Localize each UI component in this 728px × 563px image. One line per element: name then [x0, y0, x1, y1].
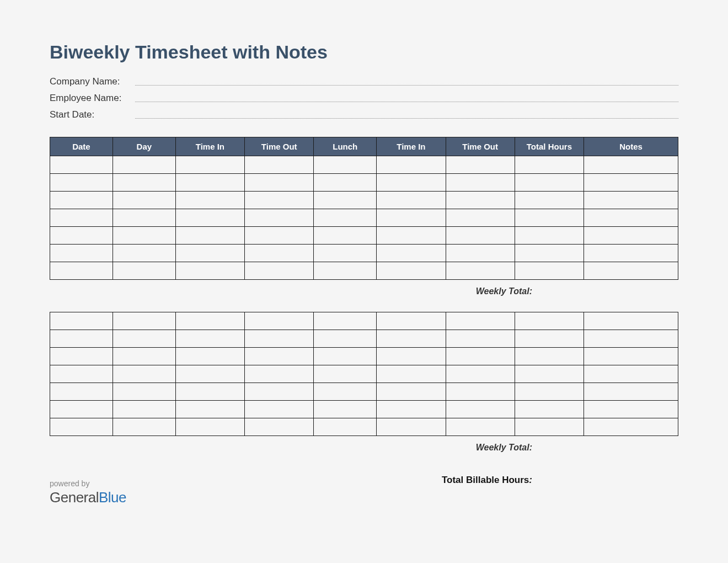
table-cell[interactable] — [515, 245, 584, 262]
table-cell[interactable] — [515, 365, 584, 383]
table-cell[interactable] — [446, 312, 515, 330]
table-cell[interactable] — [175, 365, 244, 383]
table-cell[interactable] — [446, 262, 515, 280]
table-cell[interactable] — [515, 227, 584, 245]
table-cell[interactable] — [314, 174, 377, 192]
table-cell[interactable] — [113, 156, 175, 174]
table-cell[interactable] — [377, 174, 446, 192]
table-cell[interactable] — [314, 312, 377, 330]
table-cell[interactable] — [377, 383, 446, 401]
table-cell[interactable] — [515, 209, 584, 227]
table-cell[interactable] — [50, 192, 113, 209]
table-cell[interactable] — [50, 245, 113, 262]
table-cell[interactable] — [584, 348, 678, 365]
table-cell[interactable] — [50, 348, 113, 365]
table-cell[interactable] — [584, 245, 678, 262]
table-cell[interactable] — [515, 348, 584, 365]
table-cell[interactable] — [175, 174, 244, 192]
table-cell[interactable] — [113, 174, 175, 192]
table-cell[interactable] — [50, 418, 113, 436]
table-cell[interactable] — [50, 401, 113, 418]
table-cell[interactable] — [175, 262, 244, 280]
table-cell[interactable] — [50, 227, 113, 245]
table-cell[interactable] — [584, 192, 678, 209]
table-cell[interactable] — [113, 401, 175, 418]
table-cell[interactable] — [113, 245, 175, 262]
table-cell[interactable] — [377, 192, 446, 209]
table-cell[interactable] — [175, 401, 244, 418]
table-cell[interactable] — [584, 312, 678, 330]
company-input-line[interactable] — [135, 78, 678, 86]
table-cell[interactable] — [377, 418, 446, 436]
table-cell[interactable] — [113, 365, 175, 383]
table-cell[interactable] — [245, 262, 314, 280]
table-cell[interactable] — [50, 174, 113, 192]
table-cell[interactable] — [50, 383, 113, 401]
table-cell[interactable] — [314, 227, 377, 245]
table-cell[interactable] — [314, 418, 377, 436]
table-cell[interactable] — [113, 330, 175, 348]
table-cell[interactable] — [515, 192, 584, 209]
table-cell[interactable] — [584, 383, 678, 401]
table-cell[interactable] — [113, 262, 175, 280]
employee-input-line[interactable] — [135, 94, 678, 102]
table-cell[interactable] — [113, 312, 175, 330]
table-cell[interactable] — [515, 383, 584, 401]
table-cell[interactable] — [584, 330, 678, 348]
table-cell[interactable] — [515, 401, 584, 418]
table-cell[interactable] — [377, 262, 446, 280]
table-cell[interactable] — [377, 365, 446, 383]
table-cell[interactable] — [50, 209, 113, 227]
table-cell[interactable] — [50, 262, 113, 280]
table-cell[interactable] — [245, 418, 314, 436]
table-cell[interactable] — [314, 401, 377, 418]
table-cell[interactable] — [446, 209, 515, 227]
table-cell[interactable] — [245, 348, 314, 365]
table-cell[interactable] — [515, 156, 584, 174]
table-cell[interactable] — [377, 401, 446, 418]
table-cell[interactable] — [50, 365, 113, 383]
table-cell[interactable] — [175, 156, 244, 174]
table-cell[interactable] — [314, 330, 377, 348]
table-cell[interactable] — [515, 174, 584, 192]
table-cell[interactable] — [314, 348, 377, 365]
table-cell[interactable] — [175, 227, 244, 245]
table-cell[interactable] — [377, 348, 446, 365]
table-cell[interactable] — [314, 262, 377, 280]
table-cell[interactable] — [245, 330, 314, 348]
table-cell[interactable] — [50, 312, 113, 330]
table-cell[interactable] — [175, 245, 244, 262]
table-cell[interactable] — [377, 245, 446, 262]
table-cell[interactable] — [175, 192, 244, 209]
table-cell[interactable] — [245, 383, 314, 401]
table-cell[interactable] — [584, 156, 678, 174]
table-cell[interactable] — [175, 418, 244, 436]
table-cell[interactable] — [175, 312, 244, 330]
table-cell[interactable] — [515, 262, 584, 280]
table-cell[interactable] — [245, 401, 314, 418]
table-cell[interactable] — [314, 156, 377, 174]
table-cell[interactable] — [50, 156, 113, 174]
table-cell[interactable] — [584, 262, 678, 280]
table-cell[interactable] — [314, 192, 377, 209]
table-cell[interactable] — [113, 348, 175, 365]
table-cell[interactable] — [584, 174, 678, 192]
table-cell[interactable] — [446, 348, 515, 365]
table-cell[interactable] — [175, 209, 244, 227]
table-cell[interactable] — [175, 330, 244, 348]
table-cell[interactable] — [50, 330, 113, 348]
table-cell[interactable] — [245, 312, 314, 330]
table-cell[interactable] — [584, 365, 678, 383]
table-cell[interactable] — [377, 227, 446, 245]
table-cell[interactable] — [515, 418, 584, 436]
table-cell[interactable] — [515, 330, 584, 348]
table-cell[interactable] — [314, 365, 377, 383]
startdate-input-line[interactable] — [135, 111, 678, 119]
table-cell[interactable] — [113, 209, 175, 227]
table-cell[interactable] — [446, 383, 515, 401]
table-cell[interactable] — [245, 192, 314, 209]
table-cell[interactable] — [245, 174, 314, 192]
table-cell[interactable] — [446, 174, 515, 192]
table-cell[interactable] — [584, 227, 678, 245]
table-cell[interactable] — [175, 383, 244, 401]
